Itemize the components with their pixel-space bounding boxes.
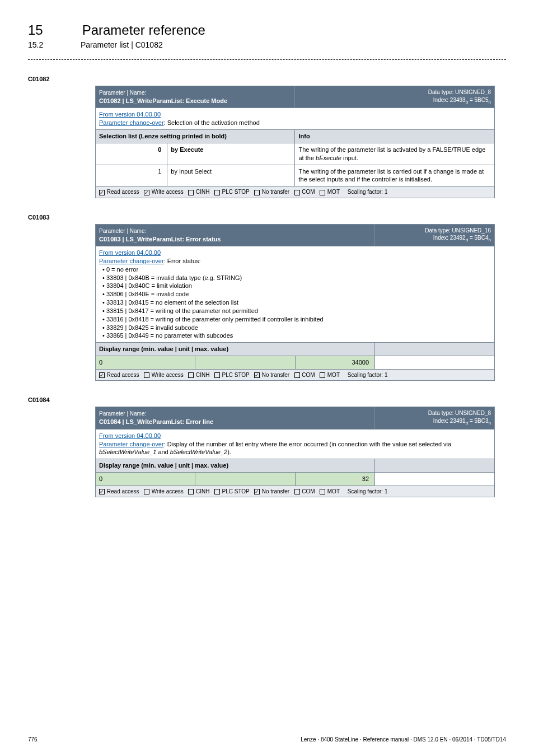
chapter-title: Parameter reference xyxy=(82,22,205,38)
table-c01083: Parameter | Name: C01083 | LS_WriteParam… xyxy=(95,224,495,381)
checkbox-empty-icon xyxy=(188,489,194,494)
checkbox-checked-icon xyxy=(254,489,260,494)
row0-label: by Execute xyxy=(167,143,295,165)
hdr-right: Data type: UNSIGNED_16 Index: 23492d = 5… xyxy=(375,224,495,246)
table-c01084: Parameter | Name: C01084 | LS_WriteParam… xyxy=(95,407,495,497)
checkbox-checked-icon xyxy=(254,372,260,378)
hdr-left: Parameter | Name: C01083 | LS_WriteParam… xyxy=(96,224,375,246)
checkbox-empty-icon xyxy=(294,372,300,378)
checkbox-checked-icon xyxy=(99,372,105,378)
empty-cell xyxy=(375,473,495,486)
checkbox-empty-icon xyxy=(214,190,220,195)
table-c01082: Parameter | Name: C01082 | LS_WriteParam… xyxy=(95,86,495,198)
index: Index: 23491d = 5BC3h xyxy=(433,418,491,424)
row1-num: 1 xyxy=(96,165,167,186)
row0-num: 0 xyxy=(96,143,167,165)
empty-cell xyxy=(375,356,495,370)
from-version-link[interactable]: From version 04.00.00 xyxy=(99,111,161,118)
symbols-row: Read access Write access CINH PLC STOP N… xyxy=(96,486,495,497)
checkbox-empty-icon xyxy=(188,372,194,378)
section-title: Parameter list | C01082 xyxy=(81,40,163,49)
checkbox-empty-icon xyxy=(320,372,325,378)
unit-cell xyxy=(195,473,295,486)
unit-cell xyxy=(195,356,295,370)
min-cell: 0 xyxy=(96,356,195,370)
checkbox-empty-icon xyxy=(214,489,220,494)
change-over-text: : Selection of the activation method xyxy=(164,119,260,126)
hdr-right: Data type: UNSIGNED_8 Index: 23493d = 5B… xyxy=(295,86,495,108)
from-version-link[interactable]: From version 04.00.00 xyxy=(99,249,161,256)
hdr-top-label: Parameter | Name: xyxy=(99,228,146,234)
change-over-text: : Error status: xyxy=(164,258,201,264)
dtype: Data type: UNSIGNED_8 xyxy=(428,410,491,416)
checkbox-empty-icon xyxy=(144,372,149,378)
description-cell: From version 04.00.00 Parameter change-o… xyxy=(96,108,495,130)
checkbox-empty-icon xyxy=(294,489,300,494)
checkbox-checked-icon xyxy=(144,190,149,195)
section-number: 15.2 xyxy=(28,40,78,49)
param-anchor-c01083: C01083 xyxy=(28,214,506,221)
description-cell: From version 04.00.00 Parameter change-o… xyxy=(96,429,495,459)
hdr-right: Data type: UNSIGNED_8 Index: 23491d = 5B… xyxy=(375,407,495,429)
section-heading: 15.2 Parameter list | C01082 xyxy=(28,40,506,49)
max-cell: 32 xyxy=(295,473,375,486)
checkbox-empty-icon xyxy=(320,489,325,494)
description-cell: From version 04.00.00 Parameter change-o… xyxy=(96,246,495,343)
change-over-link[interactable]: Parameter change-over xyxy=(99,441,164,447)
min-cell: 0 xyxy=(96,473,195,486)
row1-info: The writing of the parameter list is car… xyxy=(295,165,495,186)
hdr-top-label: Parameter | Name: xyxy=(99,90,146,96)
dtype: Data type: UNSIGNED_16 xyxy=(425,227,491,234)
param-anchor-c01082: C01082 xyxy=(28,76,506,82)
checkbox-empty-icon xyxy=(294,190,300,195)
checkbox-empty-icon xyxy=(188,190,194,195)
row1-label: by Input Select xyxy=(167,165,295,186)
hdr-left: Parameter | Name: C01082 | LS_WriteParam… xyxy=(96,86,295,108)
checkbox-empty-icon xyxy=(144,489,149,494)
hdr-top-label: Parameter | Name: xyxy=(99,410,146,417)
row0-info: The writing of the parameter list is act… xyxy=(295,143,495,165)
symbols-row: Read access Write access CINH PLC STOP N… xyxy=(96,369,495,381)
display-range-header: Display range (min. value | unit | max. … xyxy=(96,459,375,473)
checkbox-empty-icon xyxy=(214,372,220,378)
col1-header: Selection list (Lenze setting printed in… xyxy=(96,129,295,143)
bullet-list: • 0 = no error • 33803 | 0x840B = invali… xyxy=(99,265,491,340)
chapter-heading: 15 Parameter reference xyxy=(28,22,506,38)
hdr-left: Parameter | Name: C01084 | LS_WriteParam… xyxy=(96,407,375,429)
from-version-link[interactable]: From version 04.00.00 xyxy=(99,432,161,439)
hdr-title: C01084 | LS_WriteParamList: Error line xyxy=(99,418,213,425)
hdr-title: C01082 | LS_WriteParamList: Execute Mode xyxy=(99,97,227,104)
chapter-number: 15 xyxy=(28,22,78,38)
hdr-title: C01083 | LS_WriteParamList: Error status xyxy=(99,236,221,242)
col2-header: Info xyxy=(295,129,495,143)
max-cell: 34000 xyxy=(295,356,375,370)
display-range-empty xyxy=(375,459,495,473)
checkbox-checked-icon xyxy=(99,190,105,195)
index: Index: 23492d = 5BC4h xyxy=(433,235,491,241)
divider-dashed xyxy=(28,59,506,60)
change-over-link[interactable]: Parameter change-over xyxy=(99,258,164,264)
index: Index: 23493d = 5BC5h xyxy=(433,97,491,103)
param-anchor-c01084: C01084 xyxy=(28,396,506,403)
change-over-link[interactable]: Parameter change-over xyxy=(99,119,164,126)
dtype: Data type: UNSIGNED_8 xyxy=(428,89,491,95)
display-range-empty xyxy=(375,343,495,356)
checkbox-checked-icon xyxy=(99,489,105,494)
display-range-header: Display range (min. value | unit | max. … xyxy=(96,343,375,356)
symbols-row: Read access Write access CINH PLC STOP N… xyxy=(96,186,495,198)
checkbox-empty-icon xyxy=(320,190,325,195)
checkbox-empty-icon xyxy=(254,190,260,195)
